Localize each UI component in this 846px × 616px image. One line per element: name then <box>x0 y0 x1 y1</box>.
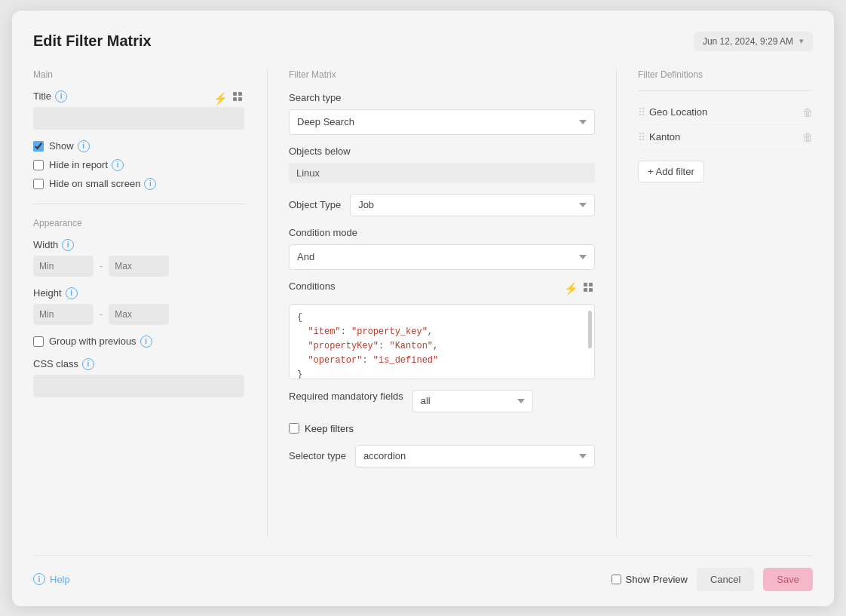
search-type-select[interactable]: Deep Search Shallow Search Exact Match <box>289 109 595 135</box>
object-type-select[interactable]: Job Task Project User <box>350 194 595 216</box>
hide-on-small-screen-info-icon[interactable]: i <box>144 178 156 190</box>
width-dash: - <box>100 260 103 271</box>
hide-in-report-info-icon[interactable]: i <box>112 159 124 171</box>
show-checkbox[interactable] <box>33 141 44 152</box>
keep-filters-label: Keep filters <box>305 423 354 434</box>
selector-type-select[interactable]: accordion dropdown tabs <box>355 445 595 467</box>
drag-handle-kanton[interactable]: ⠿ <box>638 131 645 143</box>
dialog-title: Edit Filter Matrix <box>33 32 152 50</box>
filter-definitions-label: Filter Definitions <box>638 69 813 80</box>
footer: i Help Show Preview Cancel Save <box>33 555 813 591</box>
show-preview-label-row[interactable]: Show Preview <box>612 574 688 585</box>
title-input[interactable] <box>33 107 244 130</box>
group-with-previous-checkbox-row[interactable]: Group with previous i <box>33 336 244 348</box>
conditions-bolt-icon[interactable]: ⚡ <box>564 282 578 296</box>
title-field-row: Title i ⚡ <box>33 90 244 130</box>
height-max-input[interactable] <box>109 304 169 325</box>
filter-def-row-kanton: ⠿ Kanton 🗑 <box>638 125 813 150</box>
help-label: Help <box>50 574 70 585</box>
object-type-label: Object Type <box>289 199 341 210</box>
css-class-input[interactable] <box>33 375 244 397</box>
conditions-code-box[interactable]: { "item": "property_key", "propertyKey":… <box>289 304 595 379</box>
conditions-icons: ⚡ <box>564 282 595 296</box>
height-field-row: Height i - <box>33 287 244 325</box>
width-max-input[interactable] <box>109 256 169 277</box>
svg-rect-5 <box>589 283 593 287</box>
svg-rect-0 <box>233 92 237 96</box>
width-field-row: Width i - <box>33 239 244 277</box>
hide-on-small-screen-row: Hide on small screen i <box>33 178 244 190</box>
save-button[interactable]: Save <box>763 568 813 591</box>
show-preview-label: Show Preview <box>626 574 688 585</box>
keep-filters-row: Keep filters <box>289 423 595 434</box>
help-icon: i <box>33 573 45 585</box>
filter-matrix-label: Filter Matrix <box>289 69 595 80</box>
help-link[interactable]: i Help <box>33 573 70 585</box>
group-with-previous-checkbox[interactable] <box>33 336 44 347</box>
footer-right: Show Preview Cancel Save <box>612 568 813 591</box>
svg-rect-3 <box>238 97 242 101</box>
edit-filter-matrix-dialog: Edit Filter Matrix Jun 12, 2024, 9:29 AM… <box>12 11 834 606</box>
title-label-row: Title i ⚡ <box>33 90 244 107</box>
delete-kanton-icon[interactable]: 🗑 <box>802 131 813 143</box>
svg-rect-1 <box>238 92 242 96</box>
delete-geo-icon[interactable]: 🗑 <box>802 106 813 118</box>
appearance-section: Appearance Width i - Hei <box>33 218 244 397</box>
bolt-icon[interactable]: ⚡ <box>213 92 228 106</box>
show-checkbox-row[interactable]: Show i <box>33 140 244 152</box>
add-filter-button[interactable]: + Add filter <box>638 161 704 182</box>
svg-rect-2 <box>233 97 237 101</box>
show-preview-checkbox[interactable] <box>612 575 621 584</box>
svg-rect-6 <box>584 288 587 292</box>
middle-panel: Filter Matrix Search type Deep Search Sh… <box>267 69 617 537</box>
condition-mode-label: Condition mode <box>289 227 595 238</box>
date-text: Jun 12, 2024, 9:29 AM <box>703 36 793 47</box>
height-info-icon[interactable]: i <box>66 287 78 299</box>
selector-type-row: Selector type accordion dropdown tabs <box>289 445 595 467</box>
required-mandatory-select[interactable]: all any none <box>412 390 533 412</box>
width-label: Width i <box>33 239 244 251</box>
search-type-field-row: Search type Deep Search Shallow Search E… <box>289 92 595 135</box>
hide-on-small-screen-label: Hide on small screen i <box>49 178 156 190</box>
selector-type-label: Selector type <box>289 450 346 461</box>
height-dash: - <box>100 308 103 320</box>
width-min-input[interactable] <box>33 256 93 277</box>
required-mandatory-label: Required mandatory fields <box>289 390 403 403</box>
hide-in-report-checkbox[interactable] <box>33 160 44 170</box>
css-class-info-icon[interactable]: i <box>82 358 94 370</box>
keep-filters-checkbox-row[interactable]: Keep filters <box>289 423 595 434</box>
date-badge[interactable]: Jun 12, 2024, 9:29 AM ▾ <box>694 32 813 51</box>
svg-rect-4 <box>584 283 587 287</box>
cancel-button[interactable]: Cancel <box>697 568 754 591</box>
hide-in-report-label: Hide in report i <box>49 159 124 171</box>
objects-below-field-row: Objects below Linux <box>289 146 595 183</box>
width-min-max-row: - <box>33 256 244 277</box>
height-min-input[interactable] <box>33 304 93 325</box>
group-with-previous-info-icon[interactable]: i <box>140 336 152 348</box>
width-info-icon[interactable]: i <box>62 239 74 251</box>
object-type-row: Object Type Job Task Project User <box>289 194 595 216</box>
show-row: Show i <box>33 140 244 152</box>
objects-below-label: Objects below <box>289 146 595 157</box>
required-mandatory-row: Required mandatory fields all any none <box>289 390 595 412</box>
hide-in-report-checkbox-row[interactable]: Hide in report i <box>33 159 244 171</box>
hide-on-small-screen-checkbox-row[interactable]: Hide on small screen i <box>33 178 244 190</box>
height-min-max-row: - <box>33 304 244 325</box>
show-info-icon[interactable]: i <box>78 140 90 152</box>
filter-def-row-geo: ⠿ Geo Location 🗑 <box>638 100 813 125</box>
filter-geo-name: Geo Location <box>649 106 707 118</box>
content-area: Main Title i ⚡ <box>33 69 813 537</box>
title-info-icon[interactable]: i <box>55 90 67 103</box>
drag-handle-geo[interactable]: ⠿ <box>638 106 645 118</box>
group-with-previous-label: Group with previous i <box>49 336 152 348</box>
scrollbar[interactable] <box>588 311 592 348</box>
left-panel: Main Title i ⚡ <box>33 69 267 537</box>
condition-mode-field-row: Condition mode And Or Not <box>289 227 595 270</box>
hide-on-small-screen-checkbox[interactable] <box>33 179 44 189</box>
title-field-icons: ⚡ <box>213 91 244 106</box>
conditions-grid-icon[interactable] <box>583 282 595 296</box>
condition-mode-select[interactable]: And Or Not <box>289 244 595 270</box>
conditions-label: Conditions <box>289 280 335 292</box>
grid-icon[interactable] <box>232 91 244 106</box>
keep-filters-checkbox[interactable] <box>289 423 299 434</box>
